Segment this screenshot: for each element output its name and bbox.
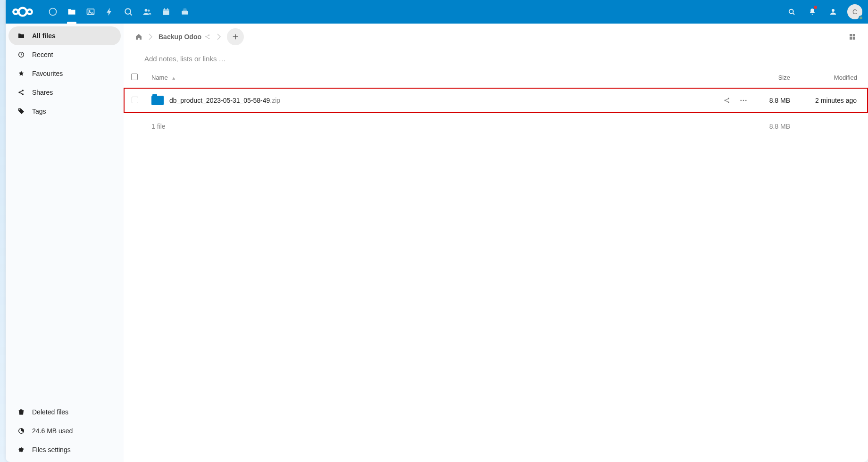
notes-input[interactable] [124, 50, 868, 67]
grid-view-toggle[interactable] [845, 30, 860, 44]
gear-icon [17, 446, 25, 454]
svg-rect-10 [163, 9, 169, 10]
svg-point-8 [148, 9, 150, 12]
select-all-checkbox[interactable] [131, 74, 138, 80]
file-name: db_product_2023-05-31_05-58-49 [169, 97, 270, 104]
summary-count: 1 file [151, 123, 166, 130]
svg-point-6 [125, 8, 131, 14]
home-icon [135, 33, 142, 41]
chevron-right-icon [148, 32, 153, 41]
svg-point-22 [19, 109, 20, 110]
svg-point-31 [725, 100, 726, 101]
column-name-header[interactable]: Name ▲ [145, 67, 698, 88]
svg-point-26 [209, 38, 210, 39]
sidebar-item-label: Recent [32, 51, 53, 58]
summary-row: 1 file 8.8 MB [124, 113, 868, 139]
app-photos-icon[interactable] [81, 0, 100, 24]
topbar-right: C [782, 0, 862, 24]
search-icon[interactable] [782, 0, 801, 24]
svg-point-3 [50, 8, 57, 16]
app-talk-icon[interactable] [119, 0, 138, 24]
sidebar-item-label: Files settings [32, 446, 71, 454]
notification-unread-dot [814, 6, 817, 9]
file-size: 8.8 MB [769, 97, 790, 104]
svg-point-35 [743, 100, 744, 101]
svg-rect-15 [184, 8, 187, 9]
app-activity-icon[interactable] [100, 0, 119, 24]
sidebar: All files Recent Favourites Shares [6, 24, 124, 462]
app-deck-icon[interactable] [175, 0, 194, 24]
sidebar-item-all-files[interactable]: All files [8, 26, 121, 45]
star-icon [17, 69, 25, 78]
sidebar-item-quota[interactable]: 24.6 MB used [8, 421, 121, 440]
file-extension: .zip [270, 97, 280, 104]
sidebar-item-files-settings[interactable]: Files settings [8, 440, 121, 459]
trash-icon [17, 408, 25, 416]
sort-asc-icon: ▲ [171, 75, 176, 81]
file-modified: 2 minutes ago [815, 97, 857, 104]
svg-point-32 [728, 98, 729, 99]
sidebar-item-deleted-files[interactable]: Deleted files [8, 403, 121, 421]
svg-point-17 [832, 9, 835, 12]
breadcrumb-current[interactable]: Backup Odoo [156, 30, 214, 43]
summary-size: 8.8 MB [769, 123, 790, 130]
quota-icon [17, 427, 25, 435]
breadcrumb-home[interactable] [132, 30, 145, 43]
svg-rect-30 [853, 37, 855, 40]
row-more-icon[interactable] [739, 96, 748, 105]
add-button[interactable] [227, 28, 244, 45]
svg-point-36 [745, 100, 747, 101]
svg-rect-29 [850, 37, 852, 40]
sidebar-item-label: Tags [32, 107, 46, 115]
sidebar-item-shares[interactable]: Shares [8, 83, 121, 102]
app-dashboard-icon[interactable] [43, 0, 62, 24]
breadcrumb-current-label: Backup Odoo [159, 33, 201, 41]
share-icon[interactable] [204, 33, 211, 40]
folder-icon [17, 32, 25, 40]
column-name-label: Name [151, 74, 168, 81]
breadcrumb: Backup Odoo [124, 24, 868, 50]
topbar-apps [43, 0, 194, 24]
svg-point-25 [209, 34, 210, 36]
clock-icon [17, 50, 25, 59]
svg-rect-14 [183, 10, 187, 11]
column-size-header[interactable]: Size [754, 67, 797, 88]
grid-icon [848, 33, 857, 41]
svg-rect-28 [853, 34, 855, 36]
content-area: Backup Odoo [124, 24, 868, 462]
contacts-menu-icon[interactable] [824, 0, 843, 24]
user-status-dot [859, 16, 863, 20]
svg-point-34 [740, 100, 742, 101]
chevron-right-icon [217, 32, 221, 41]
sidebar-item-tags[interactable]: Tags [8, 102, 121, 121]
svg-rect-27 [850, 34, 852, 36]
sidebar-item-recent[interactable]: Recent [8, 45, 121, 64]
sidebar-item-label: Favourites [32, 70, 63, 77]
notifications-icon[interactable] [803, 0, 822, 24]
svg-point-0 [19, 8, 27, 16]
tag-icon [17, 107, 25, 116]
file-table: Name ▲ Size Modified [124, 67, 868, 139]
share-icon [17, 88, 25, 97]
app-files-icon[interactable] [62, 0, 81, 24]
app-calendar-icon[interactable] [157, 0, 175, 24]
column-modified-header[interactable]: Modified [797, 67, 868, 88]
svg-point-2 [27, 9, 32, 14]
plus-icon [232, 33, 239, 41]
avatar[interactable]: C [847, 4, 862, 19]
table-row[interactable]: db_product_2023-05-31_05-58-49.zip [124, 88, 868, 113]
app-contacts-icon[interactable] [138, 0, 157, 24]
svg-point-16 [789, 9, 793, 14]
app-window: C All files Recent Fa [6, 0, 868, 462]
svg-rect-13 [182, 11, 188, 15]
sidebar-item-label: 24.6 MB used [32, 427, 73, 435]
svg-point-24 [205, 36, 207, 38]
sidebar-item-favourites[interactable]: Favourites [8, 64, 121, 83]
svg-point-7 [145, 9, 148, 12]
sidebar-item-label: Deleted files [32, 408, 68, 416]
nextcloud-logo-icon[interactable] [11, 4, 40, 19]
topbar: C [6, 0, 868, 24]
row-share-icon[interactable] [723, 97, 731, 104]
sidebar-item-label: All files [32, 32, 56, 40]
row-checkbox[interactable] [132, 97, 138, 103]
